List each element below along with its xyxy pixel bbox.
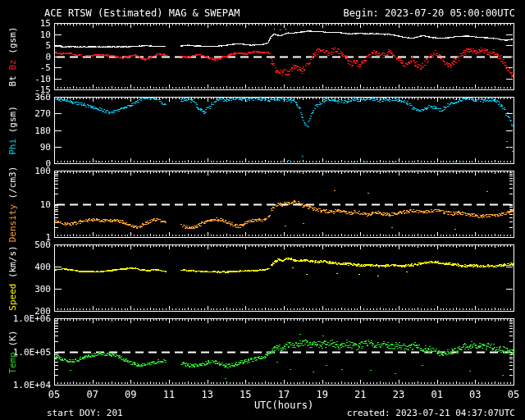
chart-title: ACE RTSW (Estimated) MAG & SWEPAM [44,7,240,19]
panel-temp-axis-label: Temp (K) [7,330,18,373]
x-tick-label: 23 [385,389,413,400]
begin-timestamp: Begin: 2023-07-20 05:00:00UTC [343,7,515,19]
plot-canvas [0,0,525,420]
x-tick-label: 21 [346,389,374,400]
x-tick-label: 09 [116,389,144,400]
panel-phi-axis-label: Phi (gsm) [7,106,18,155]
x-tick-label: 03 [461,389,489,400]
panel-speed-axis-label: Speed (km/s) [7,245,18,310]
y-tick-label: 1.0E+06 [0,313,51,324]
x-tick-label: 07 [79,389,107,400]
x-tick-label: 11 [155,389,183,400]
x-tick-label: 05 [40,389,68,400]
x-tick-label: 05 [500,389,525,400]
x-tick-label: 01 [423,389,451,400]
x-tick-label: 15 [231,389,259,400]
x-tick-label: 17 [270,389,298,400]
created-timestamp: created: 2023-07-21 04:37:07UTC [347,408,515,418]
x-tick-label: 13 [194,389,221,400]
panel-bt-bz-axis-label: Bt Bz (gsm) [7,26,18,86]
panel-density-axis-label: Density (/cm3) [7,166,18,242]
rtsw-plot: ACE RTSW (Estimated) MAG & SWEPAM Begin:… [0,0,525,420]
x-tick-label: 19 [308,389,336,400]
y-tick-label: 360 [0,92,51,103]
start-doy: start DOY: 201 [47,408,123,418]
